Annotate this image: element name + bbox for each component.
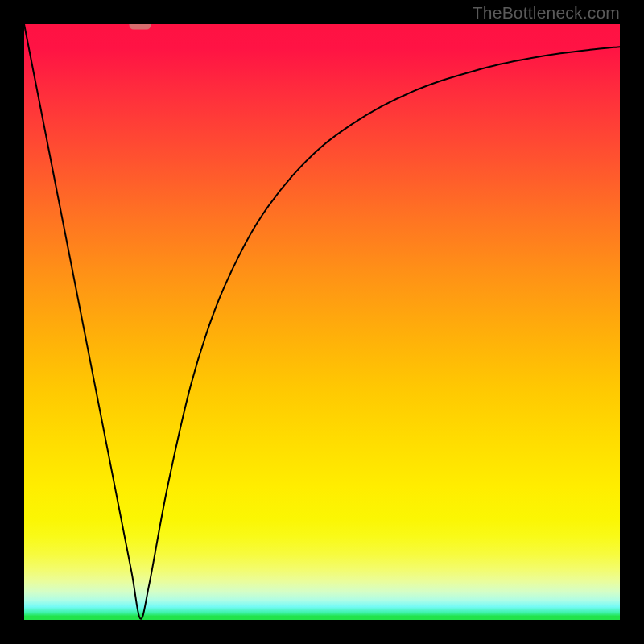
watermark-text: TheBottleneck.com: [473, 3, 620, 23]
chart-frame: TheBottleneck.com: [0, 0, 644, 644]
plot-area: [24, 24, 620, 620]
curve-line: [24, 24, 620, 620]
bottleneck-marker: [130, 24, 151, 30]
